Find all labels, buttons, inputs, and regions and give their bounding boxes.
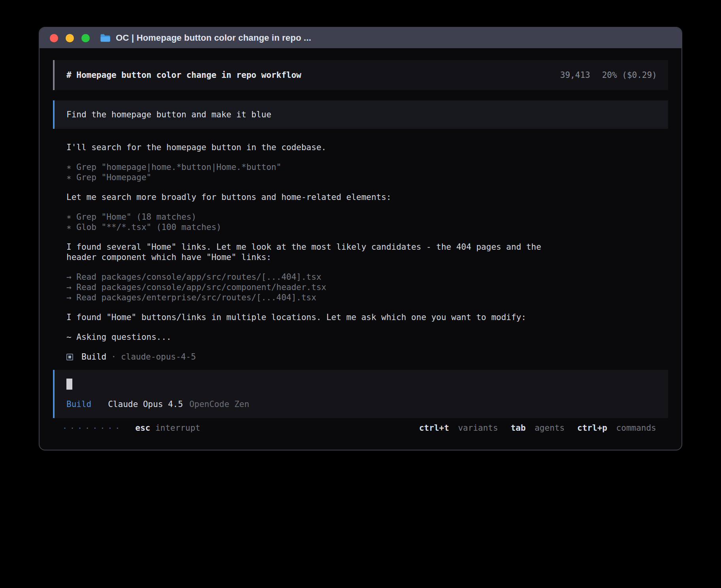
- assistant-text-broad: Let me search more broadly for buttons a…: [66, 192, 572, 202]
- token-count: 39,413: [560, 70, 590, 80]
- minimize-button[interactable]: [66, 34, 74, 42]
- provider-name: OpenCode Zen: [189, 399, 249, 409]
- agent-status-row: Build · claude-opus-4-5: [66, 352, 668, 362]
- agent-name: Build: [81, 352, 106, 362]
- variants-label: variants: [458, 423, 498, 433]
- esc-label: interrupt: [155, 423, 200, 433]
- agent-model: claude-opus-4-5: [121, 352, 196, 362]
- folder-icon: [100, 34, 111, 42]
- tool-call-read-2: → Read packages/console/app/src/componen…: [66, 282, 668, 292]
- esc-key: esc: [135, 423, 150, 433]
- window-title: OC | Homepage button color change in rep…: [116, 33, 311, 43]
- context-usage: 20% ($0.29): [602, 70, 657, 80]
- mode-badge[interactable]: Build: [66, 399, 91, 409]
- input-area[interactable]: Build Claude Opus 4.5 OpenCode Zen: [53, 370, 668, 418]
- input-cursor[interactable]: [66, 379, 72, 390]
- desktop: { "window": { "title": "OC | Homepage bu…: [0, 0, 721, 588]
- shortcut-agents: tab agents: [511, 423, 564, 433]
- session-stats: 39,413 20% ($0.29): [560, 70, 657, 80]
- agent-build-icon: [66, 354, 73, 360]
- status-bar: ········ esc interrupt ctrl+t variants t…: [53, 423, 668, 433]
- statusbar-left: ········ esc interrupt: [62, 423, 200, 433]
- shortcut-commands: ctrl+p commands: [577, 423, 656, 433]
- close-button[interactable]: [50, 34, 58, 42]
- agents-key: tab: [511, 423, 526, 433]
- titlebar: OC | Homepage button color change in rep…: [40, 28, 681, 48]
- esc-shortcut: esc interrupt: [135, 423, 200, 433]
- commands-label: commands: [616, 423, 656, 433]
- assistant-text-found-2: I found "Home" buttons/links in multiple…: [66, 312, 572, 322]
- zoom-button[interactable]: [81, 34, 90, 42]
- model-name[interactable]: Claude Opus 4.5: [108, 399, 183, 409]
- assistant-text-found-1: I found several "Home" links. Let me loo…: [66, 242, 572, 262]
- terminal-window: OC | Homepage button color change in rep…: [39, 27, 682, 450]
- model-row: Build Claude Opus 4.5 OpenCode Zen: [66, 399, 656, 409]
- asking-status: ~ Asking questions...: [66, 332, 572, 342]
- shortcut-variants: ctrl+t variants: [419, 423, 498, 433]
- session-header: # Homepage button color change in repo w…: [53, 60, 668, 90]
- progress-dots: ········: [62, 423, 123, 433]
- tool-call-glob-1: ∗ Glob "**/*.tsx" (100 matches): [66, 222, 668, 232]
- tool-call-read-3: → Read packages/enterprise/src/routes/[.…: [66, 292, 668, 303]
- tool-call-grep-3: ∗ Grep "Home" (18 matches): [66, 212, 668, 222]
- conversation: I'll search for the homepage button in t…: [66, 142, 668, 362]
- terminal-content: # Homepage button color change in repo w…: [40, 48, 681, 433]
- commands-key: ctrl+p: [577, 423, 607, 433]
- assistant-text-intro: I'll search for the homepage button in t…: [66, 142, 572, 153]
- variants-key: ctrl+t: [419, 423, 449, 433]
- tool-call-read-1: → Read packages/console/app/src/routes/[…: [66, 272, 668, 282]
- agents-label: agents: [534, 423, 564, 433]
- statusbar-right: ctrl+t variants tab agents ctrl+p comman…: [419, 423, 656, 433]
- agent-separator: ·: [111, 352, 116, 362]
- user-message: Find the homepage button and make it blu…: [53, 100, 668, 129]
- traffic-lights: [50, 34, 90, 42]
- session-title: # Homepage button color change in repo w…: [66, 70, 301, 80]
- tool-call-grep-1: ∗ Grep "homepage|home.*button|Home.*butt…: [66, 162, 668, 172]
- tool-call-grep-2: ∗ Grep "Homepage": [66, 172, 668, 183]
